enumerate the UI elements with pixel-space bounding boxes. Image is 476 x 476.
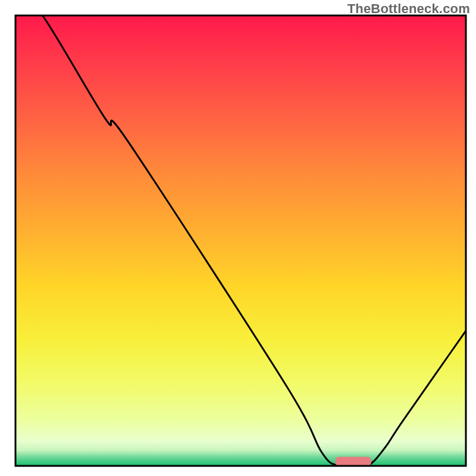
chart-root: TheBottleneck.com — [0, 0, 476, 476]
chart-svg — [0, 0, 476, 476]
watermark-text: TheBottleneck.com — [347, 1, 470, 17]
optimum-marker — [335, 457, 371, 466]
